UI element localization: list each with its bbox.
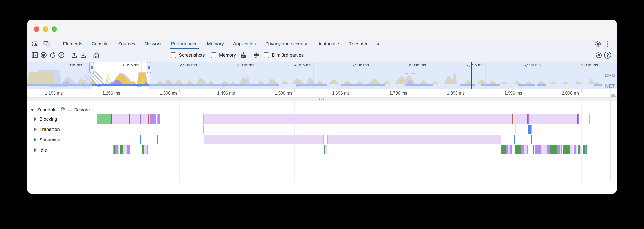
inspect-element-icon[interactable] xyxy=(31,40,40,48)
flame-event-segment[interactable] xyxy=(158,114,160,124)
flame-event-segment[interactable] xyxy=(533,145,534,155)
flame-event-segment[interactable] xyxy=(142,145,144,155)
flame-event-segment[interactable] xyxy=(502,145,506,155)
flame-event-segment[interactable] xyxy=(561,145,562,155)
dim-3rd-parties-checkbox-box[interactable] xyxy=(264,52,269,58)
flame-event-segment[interactable] xyxy=(550,145,557,155)
flame-event-segment[interactable] xyxy=(150,114,156,124)
flame-event-segment[interactable] xyxy=(578,114,579,124)
flame-event-segment[interactable] xyxy=(586,145,587,155)
memory-checkbox-box[interactable] xyxy=(211,52,216,58)
flame-event-segment[interactable] xyxy=(521,145,524,155)
flame-event-segment[interactable] xyxy=(130,114,140,124)
toggle-sidebar-icon[interactable] xyxy=(30,51,39,59)
flame-event-segment[interactable] xyxy=(147,145,148,155)
screenshots-checkbox[interactable]: Screenshots xyxy=(170,52,205,58)
flame-event-segment[interactable] xyxy=(578,145,580,155)
flame-event-segment[interactable] xyxy=(204,135,324,144)
upload-profile-icon[interactable] xyxy=(70,51,79,59)
flame-event-segment[interactable] xyxy=(120,145,123,155)
flame-event-segment[interactable] xyxy=(547,145,550,155)
flame-event-segment[interactable] xyxy=(324,135,324,144)
settings-gear-icon[interactable] xyxy=(594,40,602,48)
expand-triangle-icon[interactable] xyxy=(34,138,36,141)
selection-right-handle[interactable] xyxy=(146,62,152,73)
flame-event-segment[interactable] xyxy=(535,145,538,155)
record-and-reload-icon[interactable] xyxy=(48,51,57,59)
tab-recorder[interactable]: Recorder xyxy=(344,39,372,49)
flame-event-segment[interactable] xyxy=(328,135,328,144)
garbage-collect-icon[interactable] xyxy=(239,51,248,59)
flame-chart[interactable]: Scheduler — Custom BlockingTransitionSus… xyxy=(28,101,616,183)
flame-event-segment[interactable] xyxy=(514,114,528,124)
clear-icon[interactable] xyxy=(57,51,66,59)
customize-devtools-icon[interactable]: ⋮ xyxy=(602,41,614,47)
scheduler-track-header[interactable]: Scheduler — Custom xyxy=(31,107,90,113)
track-row-idle[interactable]: Idle xyxy=(34,145,47,155)
flame-event-segment[interactable] xyxy=(528,125,531,134)
flame-event-segment[interactable] xyxy=(524,145,527,155)
drag-handle-dots[interactable]: ••• xyxy=(28,97,616,101)
flame-event-segment[interactable] xyxy=(512,114,514,124)
flame-event-segment[interactable] xyxy=(589,114,590,124)
track-row-transition[interactable]: Transition xyxy=(34,125,60,134)
home-icon[interactable] xyxy=(92,51,100,59)
minimize-window-button[interactable] xyxy=(43,26,48,32)
flame-event-segment[interactable] xyxy=(531,135,532,144)
flame-event-segment[interactable] xyxy=(204,114,512,124)
tab-console[interactable]: Console xyxy=(87,39,114,49)
download-profile-icon[interactable] xyxy=(79,51,88,59)
memory-checkbox[interactable]: Memory xyxy=(211,52,236,58)
tab-elements[interactable]: Elements xyxy=(58,39,87,49)
panel-resize-band[interactable]: ••• xyxy=(28,97,616,101)
collapse-tracks-icon[interactable] xyxy=(252,51,261,59)
flame-event-segment[interactable] xyxy=(557,145,560,155)
flame-event-segment[interactable] xyxy=(515,125,516,134)
flame-event-segment[interactable] xyxy=(584,145,585,155)
device-toolbar-icon[interactable] xyxy=(42,40,51,48)
flame-event-segment[interactable] xyxy=(580,145,582,155)
vertical-scrollbar-thumb[interactable] xyxy=(611,94,616,97)
close-window-button[interactable] xyxy=(34,26,39,32)
tab-performance[interactable]: Performance xyxy=(166,39,202,49)
flame-event-segment[interactable] xyxy=(506,145,508,155)
flame-event-segment[interactable] xyxy=(570,145,572,155)
flame-event-segment[interactable] xyxy=(114,145,118,155)
flame-event-segment[interactable] xyxy=(541,145,547,155)
flame-event-segment[interactable] xyxy=(140,135,141,144)
flame-event-segment[interactable] xyxy=(516,145,521,155)
zoom-window-button[interactable] xyxy=(52,26,57,32)
flame-event-segment[interactable] xyxy=(144,145,147,155)
flame-event-segment[interactable] xyxy=(529,114,577,124)
timeline-overview[interactable]: 996 ms1,996 ms2,996 ms3,996 ms4,996 ms5,… xyxy=(28,62,616,89)
capture-settings-gear-icon[interactable] xyxy=(594,51,603,59)
flame-event-segment[interactable] xyxy=(585,145,586,155)
tab-privacy-and-security[interactable]: Privacy and security xyxy=(261,39,312,49)
flame-event-segment[interactable] xyxy=(204,125,204,134)
dim-3rd-parties-checkbox[interactable]: Dim 3rd parties xyxy=(264,52,304,58)
flame-event-segment[interactable] xyxy=(127,145,130,155)
help-icon[interactable]: ? xyxy=(603,51,612,59)
collapse-triangle-icon[interactable] xyxy=(31,109,34,111)
tab-memory[interactable]: Memory xyxy=(202,39,228,49)
flame-event-segment[interactable] xyxy=(157,114,158,124)
record-icon[interactable] xyxy=(39,51,48,59)
flame-event-segment[interactable] xyxy=(118,145,119,155)
flame-event-segment[interactable] xyxy=(563,145,570,155)
flame-event-segment[interactable] xyxy=(514,135,515,144)
flame-event-segment[interactable] xyxy=(98,114,111,124)
expand-triangle-icon[interactable] xyxy=(34,117,36,121)
flame-event-segment[interactable] xyxy=(112,114,129,124)
track-row-suspense[interactable]: Suspense xyxy=(34,135,60,144)
selection-left-handle[interactable] xyxy=(89,62,94,73)
flame-event-segment[interactable] xyxy=(123,145,127,155)
flame-event-segment[interactable] xyxy=(574,145,576,155)
flame-event-segment[interactable] xyxy=(328,135,502,144)
expand-triangle-icon[interactable] xyxy=(34,148,36,152)
tab-network[interactable]: Network xyxy=(140,39,166,49)
flame-event-segment[interactable] xyxy=(325,145,328,155)
more-tabs-button[interactable]: » xyxy=(372,39,383,49)
flame-event-segment[interactable] xyxy=(510,145,512,155)
timeline-ruler[interactable]: 1,196 ms1,296 ms1,396 ms1,496 ms1,596 ms… xyxy=(28,89,616,97)
tab-lighthouse[interactable]: Lighthouse xyxy=(312,39,344,49)
